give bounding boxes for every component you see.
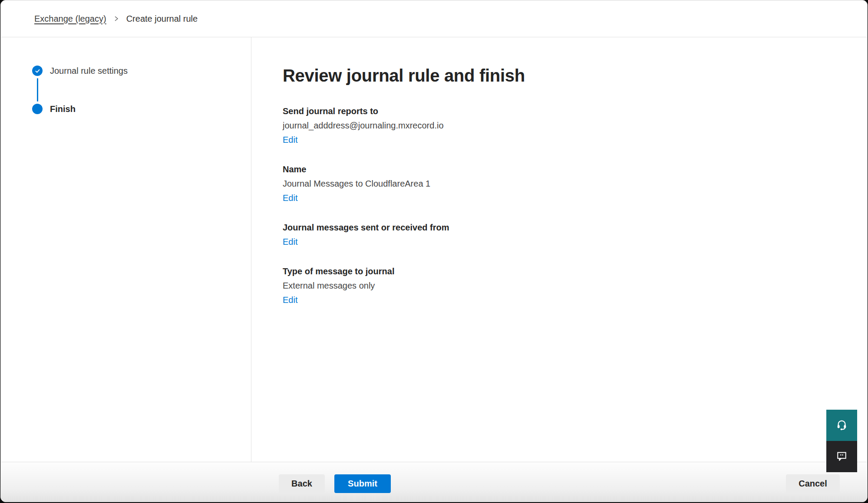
section-label: Name <box>283 162 850 177</box>
headset-icon <box>836 419 848 432</box>
submit-button[interactable]: Submit <box>334 474 391 493</box>
content-area: Journal rule settings Finish Review jour… <box>1 37 867 462</box>
breadcrumb-chevron-icon <box>113 16 119 22</box>
help-button[interactable] <box>826 410 857 441</box>
edit-name-link[interactable]: Edit <box>283 191 297 205</box>
step-label-journal-rule-settings: Journal rule settings <box>50 66 128 76</box>
step-connector-line <box>37 78 38 102</box>
review-panel: Review journal rule and finish Send jour… <box>251 37 867 462</box>
app-window: Exchange (legacy) Create journal rule Jo… <box>0 0 868 502</box>
floating-side-buttons <box>826 410 857 472</box>
edit-message-type-link[interactable]: Edit <box>283 293 297 307</box>
page-title: Review journal rule and finish <box>283 64 850 87</box>
section-label: Journal messages sent or received from <box>283 220 850 235</box>
section-label: Send journal reports to <box>283 104 850 118</box>
rule-name-value: Journal Messages to CloudflareArea 1 <box>283 177 850 191</box>
feedback-button[interactable] <box>826 441 857 472</box>
wizard-steps-panel: Journal rule settings Finish <box>1 37 251 462</box>
breadcrumb-current-page: Create journal rule <box>126 14 198 24</box>
section-journal-messages-sent-or-received: Journal messages sent or received from E… <box>283 220 850 249</box>
message-type-value: External messages only <box>283 279 850 293</box>
edit-journal-scope-link[interactable]: Edit <box>283 235 297 249</box>
step-journal-rule-settings[interactable]: Journal rule settings <box>32 66 251 76</box>
section-type-of-message: Type of message to journal External mess… <box>283 264 850 307</box>
journal-report-address-value: journal_adddress@journaling.mxrecord.io <box>283 118 850 133</box>
back-button[interactable]: Back <box>279 474 325 493</box>
step-label-finish: Finish <box>50 104 76 114</box>
section-name: Name Journal Messages to CloudflareArea … <box>283 162 850 205</box>
section-label: Type of message to journal <box>283 264 850 279</box>
action-bar: Back Submit Cancel <box>1 462 867 502</box>
step-current-dot-icon <box>32 104 43 114</box>
breadcrumb: Exchange (legacy) Create journal rule <box>1 0 867 37</box>
cancel-button[interactable]: Cancel <box>786 474 840 493</box>
edit-send-journal-reports-link[interactable]: Edit <box>283 133 297 147</box>
breadcrumb-link-exchange-legacy[interactable]: Exchange (legacy) <box>34 14 106 24</box>
section-send-journal-reports-to: Send journal reports to journal_adddress… <box>283 104 850 147</box>
step-finish[interactable]: Finish <box>32 104 251 114</box>
step-completed-check-icon <box>32 66 43 76</box>
chat-icon <box>836 450 848 463</box>
